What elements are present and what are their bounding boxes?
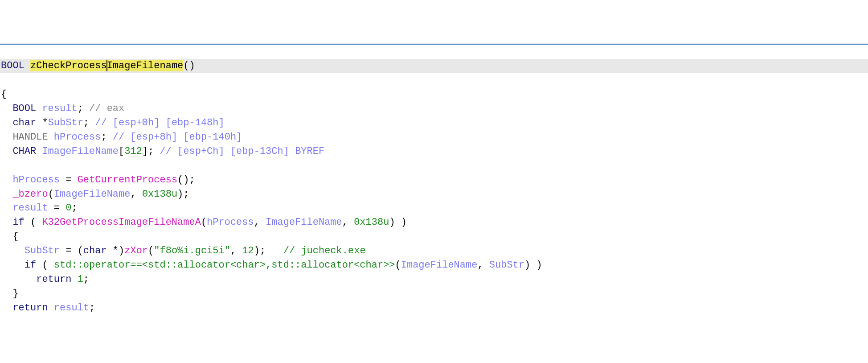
- blank-line: [1, 159, 867, 173]
- call-bzero: _bzero(ImageFileName, 0x138u);: [1, 187, 867, 202]
- decl-hprocess: HANDLE hProcess; // [esp+8h] [ebp-140h]: [1, 130, 867, 144]
- assign-substr: SubStr = (char *)zXor("f8o%i.gci5i", 12)…: [1, 244, 867, 258]
- brace-open: {: [1, 87, 867, 102]
- code-body[interactable]: { BOOL result; // eax char *SubStr; // […: [0, 87, 868, 315]
- func-name-highlight: zCheckProcessImageFilename: [30, 60, 183, 71]
- return-1: return 1;: [1, 272, 867, 287]
- decl-imagefilename: CHAR ImageFileName[312]; // [esp+Ch] [eb…: [1, 144, 867, 159]
- assign-result: result = 0;: [1, 201, 867, 215]
- decl-result: BOOL result; // eax: [1, 102, 867, 116]
- return-result: return result;: [1, 301, 867, 315]
- assign-hprocess: hProcess = GetCurrentProcess();: [1, 173, 867, 187]
- inner-brace-close: }: [1, 287, 867, 301]
- tab-bar: [0, 43, 868, 45]
- if-k32: if ( K32GetProcessImageFileNameA(hProces…: [1, 215, 867, 230]
- function-signature-line[interactable]: BOOL zCheckProcessImageFilename(): [0, 59, 868, 74]
- if-operator-eq: if ( std::operator==<std::allocator<char…: [1, 258, 867, 272]
- paren: (): [183, 60, 195, 71]
- decl-substr: char *SubStr; // [esp+0h] [ebp-148h]: [1, 116, 867, 130]
- inner-brace-open: {: [1, 230, 867, 244]
- return-type: BOOL: [1, 60, 25, 71]
